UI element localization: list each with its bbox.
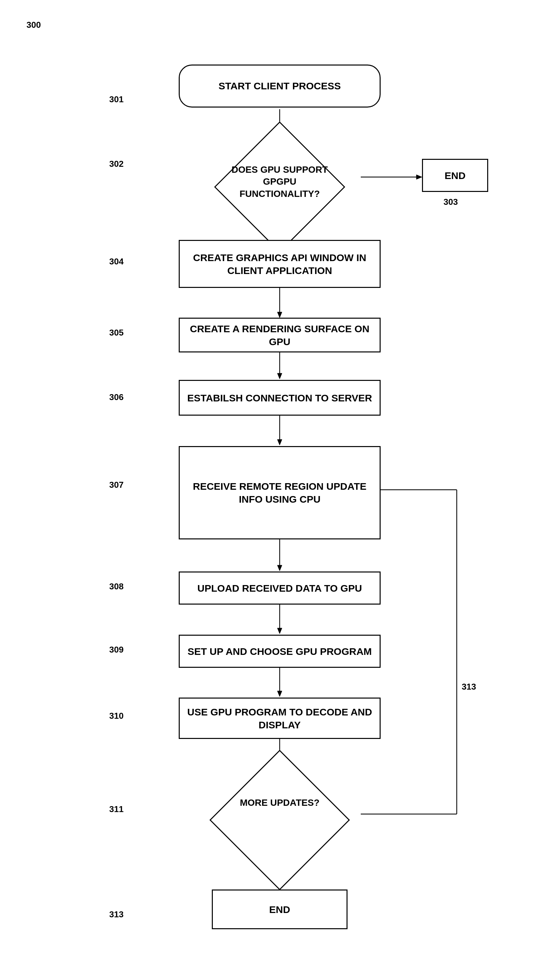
label-308: 308 xyxy=(109,581,124,592)
box-upload-data: UPLOAD RECEIVED DATA TO GPU xyxy=(179,571,381,604)
start-node: START CLIENT PROCESS xyxy=(179,65,381,108)
box-gpu-decode: USE GPU PROGRAM TO DECODE AND DISPLAY xyxy=(179,698,381,739)
svg-marker-13 xyxy=(278,565,282,571)
flowchart-diagram: 300 START CLIENT PROCESS 301 DOES GPU SU… xyxy=(0,0,560,958)
box-setup-gpu: SET UP AND CHOOSE GPU PROGRAM xyxy=(179,635,381,668)
end-node-2: END xyxy=(212,890,347,929)
label-309: 309 xyxy=(109,645,124,655)
label-304: 304 xyxy=(109,257,124,267)
diamond-more-updates: MORE UPDATES? xyxy=(186,777,374,850)
figure-number: 300 xyxy=(27,20,41,30)
box-create-graphics-api: CREATE GRAPHICS API WINDOW IN CLIENT APP… xyxy=(179,240,381,288)
svg-marker-15 xyxy=(278,628,282,634)
box-rendering-surface: CREATE A RENDERING SURFACE ON GPU xyxy=(179,318,381,352)
label-305: 305 xyxy=(109,328,124,338)
end-node-1: END xyxy=(422,159,488,192)
label-313a: 313 xyxy=(462,682,476,692)
label-311: 311 xyxy=(109,804,124,814)
svg-marker-17 xyxy=(278,691,282,696)
label-302: 302 xyxy=(109,159,124,169)
label-306: 306 xyxy=(109,392,124,402)
label-310: 310 xyxy=(109,711,124,721)
svg-marker-5 xyxy=(416,175,422,179)
box-receive-remote: RECEIVE REMOTE REGION UPDATE INFO USING … xyxy=(179,446,381,539)
label-307: 307 xyxy=(109,480,124,490)
svg-marker-7 xyxy=(278,312,282,318)
svg-marker-11 xyxy=(278,439,282,445)
box-establish-connection: ESTABILSH CONNECTION TO SERVER xyxy=(179,380,381,416)
label-303: 303 xyxy=(444,197,458,207)
label-313b: 313 xyxy=(109,909,124,920)
diamond-gpu-support: DOES GPU SUPPORT GPGPU FUNCTIONALITY? xyxy=(186,147,374,213)
label-301: 301 xyxy=(109,94,124,105)
svg-marker-9 xyxy=(278,373,282,379)
